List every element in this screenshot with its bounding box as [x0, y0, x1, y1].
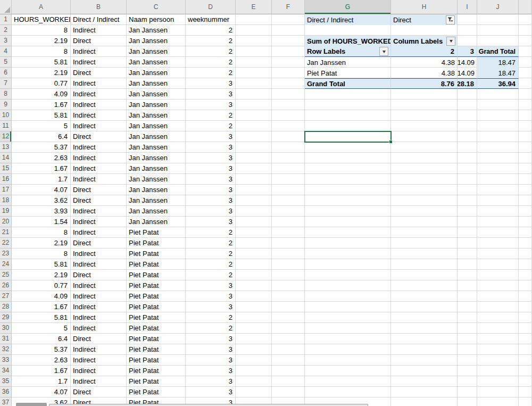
row-header-16[interactable]: 16	[0, 174, 12, 185]
row-header-37[interactable]: 37	[0, 397, 12, 406]
cell-I15[interactable]	[458, 163, 477, 174]
cell-H2[interactable]	[391, 25, 458, 36]
row-header-27[interactable]: 27	[0, 291, 12, 302]
row-header-31[interactable]: 31	[0, 334, 12, 344]
cell-A16[interactable]: 1.7	[12, 174, 71, 185]
cell-I13[interactable]	[458, 142, 477, 153]
cell-I34[interactable]	[458, 366, 477, 376]
cell-F33[interactable]	[272, 355, 305, 366]
cell-I30[interactable]	[458, 323, 477, 334]
cell-F16[interactable]	[272, 174, 305, 185]
cell-J33[interactable]	[477, 355, 519, 366]
cell-D29[interactable]: 2	[186, 312, 236, 323]
cell-J13[interactable]	[477, 142, 519, 153]
cell-E31[interactable]	[236, 334, 272, 344]
row-header-21[interactable]: 21	[0, 227, 12, 238]
cell-D35[interactable]: 3	[186, 376, 236, 387]
cell-D9[interactable]: 3	[186, 100, 236, 110]
cell-C22[interactable]: Piet Patat	[127, 238, 186, 248]
cell-J29[interactable]	[477, 312, 519, 323]
row-header-36[interactable]: 36	[0, 387, 12, 397]
cell-E16[interactable]	[236, 174, 272, 185]
cell-K11[interactable]	[519, 121, 532, 131]
row-header-35[interactable]: 35	[0, 376, 12, 387]
cell-D17[interactable]: 3	[186, 185, 236, 195]
cell-C30[interactable]: Piet Patat	[127, 323, 186, 334]
cell-K32[interactable]	[519, 344, 532, 355]
cell-F14[interactable]	[272, 153, 305, 163]
row-labels-dropdown-icon[interactable]	[379, 47, 388, 56]
cell-G16[interactable]	[305, 174, 391, 185]
cell-H10[interactable]	[391, 110, 458, 121]
cell-H28[interactable]	[391, 302, 458, 312]
row-header-3[interactable]: 3	[0, 36, 12, 46]
cell-I35[interactable]	[458, 376, 477, 387]
cell-D8[interactable]: 3	[186, 89, 236, 100]
cell-F3[interactable]	[272, 36, 305, 46]
selected-cell-G12[interactable]	[304, 131, 392, 143]
cell-J17[interactable]	[477, 185, 519, 195]
cell-K3[interactable]	[519, 36, 532, 46]
cell-E17[interactable]	[236, 185, 272, 195]
cell-G20[interactable]	[305, 217, 391, 227]
cell-F17[interactable]	[272, 185, 305, 195]
cell-G36[interactable]	[305, 387, 391, 397]
row-header-5[interactable]: 5	[0, 57, 12, 68]
cell-I27[interactable]	[458, 291, 477, 302]
cell-K27[interactable]	[519, 291, 532, 302]
cell-J26[interactable]	[477, 280, 519, 291]
cell-C17[interactable]: Jan Janssen	[127, 185, 186, 195]
cell-C3[interactable]: Jan Janssen	[127, 36, 186, 46]
column-header-A[interactable]: A	[12, 0, 71, 14]
cell-A23[interactable]: 8	[12, 248, 71, 259]
cell-I9[interactable]	[458, 100, 477, 110]
cell-E14[interactable]	[236, 153, 272, 163]
cell-B12[interactable]: Direct	[71, 131, 127, 142]
cell-C2[interactable]: Jan Janssen	[127, 25, 186, 36]
row-header-18[interactable]: 18	[0, 195, 12, 206]
cell-K10[interactable]	[519, 110, 532, 121]
cell-D18[interactable]: 3	[186, 195, 236, 206]
row-header-15[interactable]: 15	[0, 163, 12, 174]
cell-J35[interactable]	[477, 376, 519, 387]
cell-H15[interactable]	[391, 163, 458, 174]
cell-B19[interactable]: Indirect	[71, 206, 127, 217]
cell-J23[interactable]	[477, 248, 519, 259]
cell-G17[interactable]	[305, 185, 391, 195]
cell-F7[interactable]	[272, 78, 305, 89]
cell-C6[interactable]: Jan Janssen	[127, 68, 186, 78]
cell-E33[interactable]	[236, 355, 272, 366]
cell-H32[interactable]	[391, 344, 458, 355]
cell-I11[interactable]	[458, 121, 477, 131]
cell-D26[interactable]: 3	[186, 280, 236, 291]
cell-A2[interactable]: 8	[12, 25, 71, 36]
cell-I19[interactable]	[458, 206, 477, 217]
row-header-22[interactable]: 22	[0, 238, 12, 248]
cell-J31[interactable]	[477, 334, 519, 344]
cell-J20[interactable]	[477, 217, 519, 227]
cell-E13[interactable]	[236, 142, 272, 153]
row-header-6[interactable]: 6	[0, 68, 12, 78]
cell-H27[interactable]	[391, 291, 458, 302]
cell-F34[interactable]	[272, 366, 305, 376]
cell-F2[interactable]	[272, 25, 305, 36]
pivot-grandtotal-label-cell[interactable]: Grand Total	[305, 78, 391, 89]
cell-C12[interactable]: Jan Janssen	[127, 131, 186, 142]
cell-J37[interactable]	[477, 397, 519, 406]
cell-H9[interactable]	[391, 100, 458, 110]
pivot-grandtotal-cell[interactable]: 28.18	[458, 78, 477, 89]
cell-B32[interactable]: Indirect	[71, 344, 127, 355]
cell-A26[interactable]: 0.77	[12, 280, 71, 291]
cell-H16[interactable]	[391, 174, 458, 185]
row-header-19[interactable]: 19	[0, 206, 12, 217]
cell-A22[interactable]: 2.19	[12, 238, 71, 248]
cell-E36[interactable]	[236, 387, 272, 397]
cell-F27[interactable]	[272, 291, 305, 302]
cell-C15[interactable]: Jan Janssen	[127, 163, 186, 174]
row-header-11[interactable]: 11	[0, 121, 12, 131]
cell-A11[interactable]: 5	[12, 121, 71, 131]
row-header-1[interactable]: 1	[0, 14, 12, 25]
cell-G30[interactable]	[305, 323, 391, 334]
cell-C32[interactable]: Piet Patat	[127, 344, 186, 355]
cell-K9[interactable]	[519, 100, 532, 110]
